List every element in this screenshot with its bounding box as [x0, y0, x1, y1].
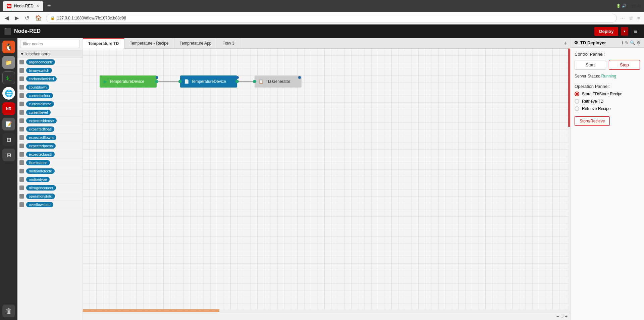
node-icon-press [19, 144, 24, 148]
palette-search-input[interactable] [20, 40, 80, 48]
radio-retrieve-recipe[interactable]: Retrieve Recipe [575, 106, 640, 111]
list-item[interactable]: expectedfloati [17, 125, 83, 134]
h-scrollbar-thumb [83, 309, 219, 312]
node-label-text: TD Generator [266, 79, 290, 84]
list-item[interactable]: expectedflowra [17, 134, 83, 142]
flow-canvas[interactable]: ▶ TemperatureDevice 📄 TemperatureDevice [83, 49, 570, 309]
nav-actions: ⋯ ☆ ≡ [619, 15, 641, 21]
list-item[interactable]: motiondetecte [17, 167, 83, 175]
new-tab-button[interactable]: + [45, 2, 53, 9]
tab-tempretature-app[interactable]: Tempretature App [174, 38, 217, 49]
app-icon2[interactable]: ⊞ [2, 133, 15, 146]
radio-retrieve-td[interactable]: Retrieve TD [575, 99, 640, 104]
node-icon-flow [19, 135, 24, 140]
node-label-text: TemperatureDevice [191, 79, 226, 84]
operation-section: Operation Pannel: Store TD/Store Recipe … [575, 84, 640, 126]
panel-settings-button[interactable]: ⚙ [637, 40, 641, 45]
flow-node-temperature-device-2[interactable]: 📄 TemperatureDevice [180, 75, 237, 88]
browser-tab[interactable]: NR Node-RED ✕ [3, 1, 43, 11]
list-item[interactable]: countdown [17, 83, 83, 92]
nr-logo-text: Node-RED [14, 28, 41, 34]
node-label: carbondioxided [26, 76, 57, 82]
list-item[interactable]: operationstatu [17, 192, 83, 201]
text-editor-icon[interactable]: 📝 [2, 118, 15, 130]
list-item[interactable]: illuminance [17, 159, 83, 167]
right-panel: ⚙ TD Deployer ℹ ✎ 🔍 ⚙ Control Pannel: St… [570, 38, 644, 320]
list-item[interactable]: overflowstatu [17, 201, 83, 209]
node-icon-binary [19, 68, 24, 73]
start-button[interactable]: Start [575, 60, 606, 70]
more-options-button[interactable]: ⋯ [619, 15, 626, 21]
node-label: binaryswitch [26, 68, 52, 73]
add-tab-button[interactable]: + [560, 39, 570, 48]
node-label: expectedpress [26, 143, 56, 149]
forward-button[interactable]: ▶ [13, 13, 21, 22]
tab-close-button[interactable]: ✕ [36, 4, 39, 8]
panel-edit-button[interactable]: ✎ [625, 40, 629, 45]
nr-app-icon[interactable]: NR [2, 102, 15, 115]
node-icon-illuminance [19, 160, 24, 165]
horizontal-scrollbar[interactable] [83, 309, 570, 312]
address-bar[interactable]: 🔒 127.0.0.1:1880/#flow/7fc1073c.b88c98 [46, 14, 617, 22]
files-icon[interactable]: 📁 [2, 56, 15, 69]
nav-more-button[interactable]: ≡ [636, 15, 641, 21]
flow-node-temperature-device-1[interactable]: ▶ TemperatureDevice [100, 75, 157, 88]
list-item[interactable]: expecteddense [17, 117, 83, 125]
panel-info-button[interactable]: ℹ [622, 40, 624, 45]
list-item[interactable]: expectedpress [17, 142, 83, 150]
node-icon-countdown [19, 85, 24, 90]
nav-bar: ◀ ▶ ↺ 🏠 🔒 127.0.0.1:1880/#flow/7fc1073c.… [0, 12, 644, 24]
zoom-out-button[interactable]: − [556, 314, 559, 319]
tab-flow3[interactable]: Flow 3 [217, 38, 240, 49]
node-icon-dimmer [19, 102, 24, 106]
node-label: expectedflowra [26, 135, 56, 140]
node-label: overflowstatu [26, 202, 53, 207]
reload-button[interactable]: ↺ [23, 13, 31, 22]
list-item[interactable]: expectedupstr [17, 150, 83, 159]
list-item[interactable]: currentdimme [17, 100, 83, 108]
store-receive-button[interactable]: Store/Recieve [575, 116, 610, 126]
node-input-port [178, 80, 182, 83]
flow-connections [83, 49, 570, 309]
home-button[interactable]: 🏠 [33, 13, 44, 22]
tab-label: Temperature TD [88, 41, 119, 46]
node-input-icon: ▶ [104, 79, 107, 84]
tab-temperature-td[interactable]: Temperature TD [83, 38, 124, 49]
list-item[interactable]: nitrogenconcer [17, 184, 83, 192]
node-label: expectedupstr [26, 152, 55, 157]
node-label: expecteddense [26, 118, 57, 123]
back-button[interactable]: ◀ [3, 13, 11, 22]
panel-search-button[interactable]: 🔍 [630, 40, 635, 45]
radio-selected-icon [575, 92, 579, 96]
zoom-in-button[interactable]: + [565, 314, 568, 319]
list-item[interactable]: argonconcentr [17, 58, 83, 66]
radio-store-td[interactable]: Store TD/Store Recipe [575, 92, 640, 96]
ubuntu-icon[interactable]: 🐧 [2, 41, 15, 53]
trash-icon[interactable]: 🗑 [2, 305, 15, 317]
flow-node-td-generator[interactable]: 📋 TD Generator [255, 75, 302, 88]
panel-actions: ℹ ✎ 🔍 ⚙ [622, 40, 641, 45]
palette-category[interactable]: ▼ iotschemaorg [17, 50, 83, 58]
tab-temperature-recipe[interactable]: Temperature - Recipe [124, 38, 174, 49]
operation-panel-title: Operation Pannel: [575, 84, 640, 89]
deploy-button[interactable]: Deploy [594, 27, 618, 36]
hamburger-menu-button[interactable]: ≡ [631, 26, 640, 36]
app-icon3[interactable]: ⊟ [2, 149, 15, 161]
list-item[interactable]: currentlevel [17, 108, 83, 117]
zoom-controls: − ⊡ + [556, 314, 568, 319]
nr-logo-icon: ⬛ [4, 28, 11, 35]
deploy-arrow-button[interactable]: ▾ [621, 27, 628, 36]
node-icon-upstream [19, 152, 24, 157]
tab-title: Node-RED [14, 4, 34, 8]
list-item[interactable]: motiontype [17, 175, 83, 184]
list-item[interactable]: carbondioxided [17, 75, 83, 83]
stop-button[interactable]: Stop [609, 60, 640, 70]
terminal-icon[interactable]: $_ [2, 71, 15, 84]
time-display: 15:49 [631, 4, 641, 8]
bookmark-button[interactable]: ☆ [628, 15, 635, 21]
node-label: operationstatu [26, 194, 55, 199]
zoom-fit-button[interactable]: ⊡ [560, 314, 564, 318]
browser-icon[interactable]: 🌐 [2, 87, 15, 100]
list-item[interactable]: binaryswitch [17, 66, 83, 75]
list-item[interactable]: currentcolour [17, 92, 83, 100]
